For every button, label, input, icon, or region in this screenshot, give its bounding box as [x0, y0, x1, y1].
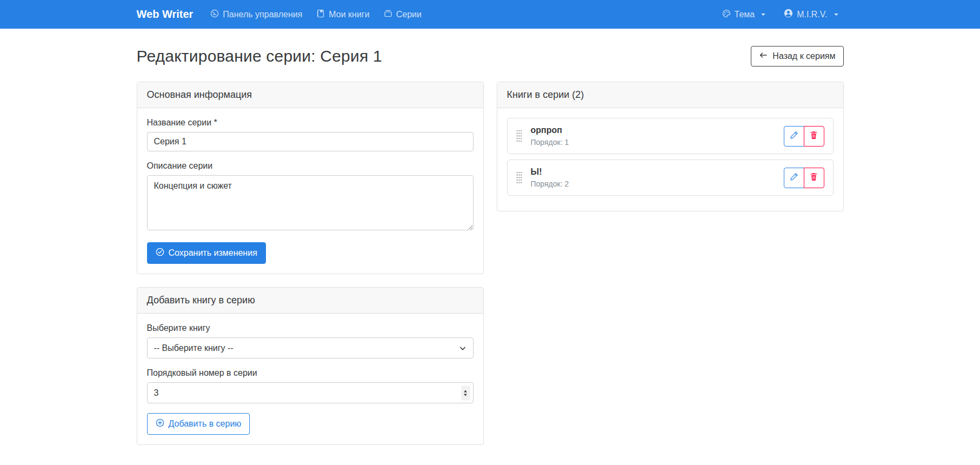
- chevron-down-icon: [761, 14, 765, 18]
- series-description-label: Описание серии: [147, 161, 474, 171]
- trash-icon: [810, 131, 818, 141]
- book-row: орпроп Порядок: 1: [507, 118, 834, 154]
- page-title: Редактирование серии: Серия 1: [137, 47, 382, 65]
- series-description-textarea[interactable]: Концепция и сюжет: [147, 175, 474, 230]
- book-select[interactable]: -- Выберите книгу --: [147, 337, 474, 358]
- select-book-label: Выберите книгу: [147, 323, 474, 333]
- order-number-label: Порядковый номер в серии: [147, 368, 474, 378]
- save-changes-button[interactable]: Сохранить изменения: [147, 242, 266, 264]
- nav-item-label: Панель управления: [223, 10, 302, 19]
- stepper-down-icon[interactable]: [464, 394, 467, 396]
- pencil-icon: [790, 172, 798, 183]
- main-content: Редактирование серии: Серия 1 Назад к се…: [128, 29, 852, 465]
- book-order: Порядок: 2: [531, 180, 775, 188]
- delete-book-button[interactable]: [804, 168, 824, 188]
- books-card-title: Книги в серии (2): [497, 82, 843, 108]
- book-title: орпроп: [531, 125, 775, 135]
- nav-item-label: Мои книги: [329, 10, 369, 19]
- add-book-card: Добавить книгу в серию Выберите книгу --…: [137, 287, 484, 445]
- check-circle-icon: [156, 248, 164, 258]
- plus-circle-icon: [156, 418, 164, 429]
- left-column: Основная информация Название серии * Опи…: [137, 82, 484, 445]
- nav-item-my-books[interactable]: Мои книги: [311, 5, 375, 24]
- series-name-input[interactable]: [147, 132, 474, 151]
- right-column: Книги в серии (2): [497, 82, 844, 211]
- chevron-down-icon: [834, 14, 838, 18]
- trash-icon: [810, 172, 818, 183]
- grip-vertical-icon[interactable]: [516, 171, 522, 184]
- edit-book-button[interactable]: [784, 168, 804, 188]
- order-number-input[interactable]: [147, 382, 474, 403]
- book-row: Ы! Порядок: 2: [507, 160, 834, 196]
- palette-icon: [722, 9, 731, 20]
- stepper-up-icon[interactable]: [464, 390, 467, 392]
- main-info-card-title: Основная информация: [137, 82, 483, 108]
- nav-item-dashboard[interactable]: Панель управления: [205, 5, 308, 24]
- pencil-icon: [790, 131, 798, 141]
- add-book-card-title: Добавить книгу в серию: [137, 288, 483, 314]
- back-to-series-button[interactable]: Назад к сериям: [751, 46, 843, 67]
- nav-item-label: Серии: [396, 10, 422, 19]
- book-title: Ы!: [531, 167, 775, 177]
- person-circle-icon: [784, 9, 793, 20]
- top-navbar: Web Writer Панель управления: [0, 0, 980, 29]
- arrow-left-icon: [759, 51, 768, 62]
- book-info: Ы! Порядок: 2: [531, 167, 775, 188]
- collection-icon: [384, 9, 392, 20]
- grip-vertical-icon[interactable]: [516, 129, 522, 143]
- user-dropdown[interactable]: M.I.R.V.: [778, 4, 843, 24]
- journal-icon: [316, 9, 325, 20]
- user-dropdown-label: M.I.R.V.: [797, 10, 827, 19]
- book-order: Порядок: 1: [531, 138, 775, 147]
- main-info-card: Основная информация Название серии * Опи…: [137, 82, 484, 274]
- add-button-label: Добавить в серию: [169, 419, 242, 429]
- number-stepper[interactable]: [461, 386, 470, 400]
- main-nav: Панель управления Мои книги: [205, 5, 427, 24]
- save-button-label: Сохранить изменения: [169, 248, 257, 258]
- series-name-label: Название серии *: [147, 118, 474, 128]
- nav-item-series[interactable]: Серии: [378, 5, 427, 24]
- brand-logo[interactable]: Web Writer: [137, 8, 194, 21]
- theme-dropdown-label: Тема: [735, 10, 755, 19]
- edit-book-button[interactable]: [784, 126, 804, 147]
- delete-book-button[interactable]: [804, 126, 824, 147]
- add-to-series-button[interactable]: Добавить в серию: [147, 413, 250, 435]
- book-info: орпроп Порядок: 1: [531, 125, 775, 147]
- back-button-label: Назад к сериям: [772, 51, 835, 61]
- theme-dropdown[interactable]: Тема: [717, 5, 771, 24]
- speedometer-icon: [210, 9, 219, 20]
- books-in-series-card: Книги в серии (2): [497, 82, 844, 211]
